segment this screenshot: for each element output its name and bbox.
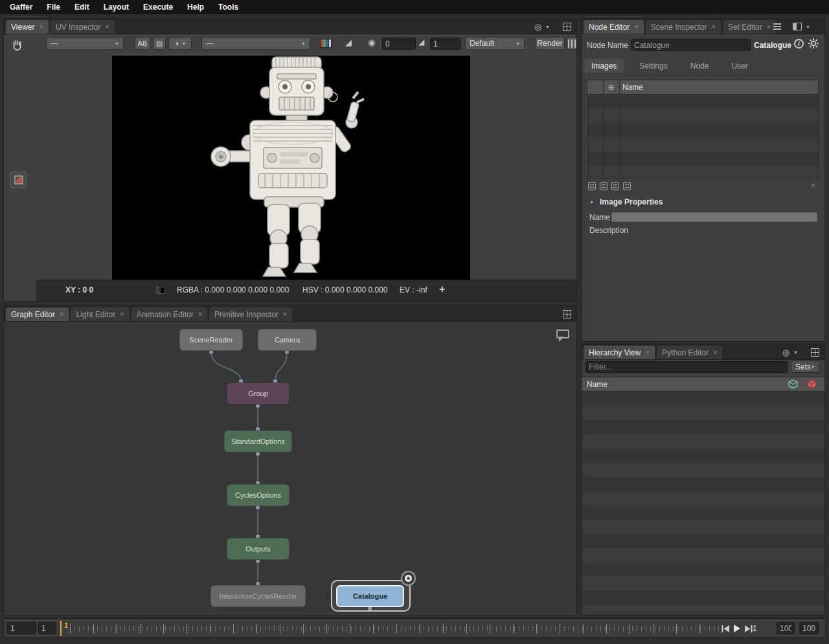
graph-node-standardoptions[interactable]: StandardOptions [224,430,292,452]
export-image-icon[interactable] [611,182,619,190]
graph-node-group[interactable]: Group [227,383,290,405]
graph-node-cyclesoptions[interactable]: CyclesOptions [227,484,290,506]
tab-hierarchy-view[interactable]: Hierarchy View × [584,346,655,359]
tab-list-icon[interactable] [773,23,781,30]
subtab-node[interactable]: Node [683,59,716,72]
range-end-input[interactable] [777,622,795,634]
chevron-down-icon[interactable]: ▼ [806,25,810,29]
menu-help[interactable]: Help [180,0,211,14]
close-icon[interactable]: × [767,23,771,30]
display-transform-dropdown[interactable]: --- ▼ [201,37,310,50]
graph-node-camera[interactable]: Camera [258,329,317,351]
skip-to-start-icon[interactable] [721,625,730,632]
layer-dropdown[interactable]: --- ▼ [46,37,124,50]
close-icon[interactable]: × [634,23,638,30]
gear-icon[interactable] [808,38,819,49]
collapse-arrow-icon[interactable]: ▼ [589,200,594,205]
view-dropdown[interactable]: Default ▼ [465,37,525,50]
focus-indicator[interactable] [402,572,414,584]
tab-animation-editor[interactable]: Animation Editor × [131,307,207,321]
add-image-icon[interactable] [588,182,596,190]
gamma-slope-icon[interactable]: ◢ [418,38,424,47]
tab-light-editor[interactable]: Light Editor × [71,307,129,321]
skip-to-end-icon[interactable] [744,625,753,632]
tab-set-editor[interactable]: Set Editor × [723,20,776,34]
gamma-input[interactable] [430,38,461,50]
swatch-tool-button[interactable]: ▨ [153,37,166,50]
follow-focus-icon[interactable]: ◎ [534,22,541,32]
ab-compare-button[interactable]: AB [135,37,150,50]
subtab-images[interactable]: Images [584,59,624,72]
close-icon[interactable]: × [60,311,63,318]
pan-hand-icon[interactable] [10,38,23,51]
node-graph-canvas[interactable]: SceneReader Camera Group StandardOptions… [4,322,576,616]
chevron-down-icon[interactable]: ▼ [545,25,550,29]
sets-dropdown[interactable]: Sets ▼ [791,361,819,373]
graph-node-interactivecyclesrender[interactable]: InteractiveCyclesRender [210,585,306,607]
tab-uv-inspector[interactable]: UV Inspector × [51,20,115,34]
tab-python-editor[interactable]: Python Editor × [657,346,722,359]
graph-node-scenereader[interactable]: SceneReader [179,329,243,351]
close-icon[interactable]: × [712,23,716,30]
images-table[interactable]: ⊕ Name [587,80,819,179]
close-icon[interactable]: × [120,311,124,318]
subtab-user[interactable]: User [724,59,755,72]
graph-node-outputs[interactable]: Outputs [227,538,290,560]
clipping-warning-button[interactable]: ◑ ▼ [168,37,192,50]
tab-viewer[interactable]: Viewer × [6,20,49,34]
channels-rgb-icon[interactable] [320,39,332,48]
tab-node-editor[interactable]: Node Editor × [584,20,644,34]
follow-focus-icon[interactable]: ◎ [782,348,789,357]
image-properties-title[interactable]: Image Properties [600,197,663,206]
chevron-down-icon[interactable]: ▼ [793,350,798,355]
render-viewport[interactable] [112,56,470,280]
play-icon[interactable] [733,625,741,632]
remove-image-icon[interactable]: × [810,181,815,190]
hierarchy-table[interactable]: Name [582,377,824,616]
layout-grid-icon[interactable] [563,310,571,318]
tab-scene-inspector[interactable]: Scene Inspector × [646,20,721,34]
subtab-settings[interactable]: Settings [632,59,674,72]
layout-grid-icon[interactable] [811,348,819,357]
gradient-slope-icon[interactable]: ◢ [345,38,352,47]
layout-grid-icon[interactable] [563,23,571,31]
range-start-input[interactable] [7,622,36,634]
current-frame-input[interactable] [38,622,56,634]
filter-input[interactable] [585,361,788,373]
add-sample-icon[interactable]: + [439,283,445,295]
menu-file[interactable]: File [40,0,67,14]
close-icon[interactable]: × [645,349,649,356]
graph-node-catalogue[interactable]: Catalogue [336,585,404,607]
node-name-input[interactable] [631,39,751,51]
duplicate-image-icon[interactable] [600,182,608,190]
inclusions-cube-icon[interactable] [788,379,798,389]
exposure-aperture-icon[interactable]: ◉ [368,38,375,47]
images-table-rows[interactable] [587,94,818,179]
frame-ruler[interactable] [70,620,720,637]
max-frame-input[interactable] [799,622,819,634]
info-icon[interactable]: i [794,39,804,49]
render-button[interactable]: Render [535,37,565,50]
color-inspector-tool[interactable] [10,172,27,188]
exposure-input[interactable] [382,38,416,50]
tab-primitive-inspector[interactable]: Primitive Inspector × [209,307,292,321]
hierarchy-table-rows[interactable] [582,392,824,615]
close-icon[interactable]: × [198,311,202,318]
menu-tools[interactable]: Tools [211,0,245,14]
close-icon[interactable]: × [713,349,717,356]
exclusions-cube-icon[interactable] [807,379,817,389]
layout-pane-icon[interactable] [793,23,802,30]
render-controls-button[interactable] [567,37,577,50]
menu-execute[interactable]: Execute [136,0,180,14]
image-name-input[interactable] [611,212,817,222]
menu-gaffer[interactable]: Gaffer [3,0,40,14]
close-icon[interactable]: × [105,23,109,30]
annotation-bubble-icon[interactable] [556,329,569,339]
playhead[interactable] [60,621,62,636]
tab-graph-editor[interactable]: Graph Editor × [6,307,69,321]
close-icon[interactable]: × [283,311,287,318]
close-icon[interactable]: × [39,23,43,30]
menu-edit[interactable]: Edit [67,0,97,14]
menu-layout[interactable]: Layout [97,0,136,14]
extract-image-icon[interactable] [623,182,631,190]
